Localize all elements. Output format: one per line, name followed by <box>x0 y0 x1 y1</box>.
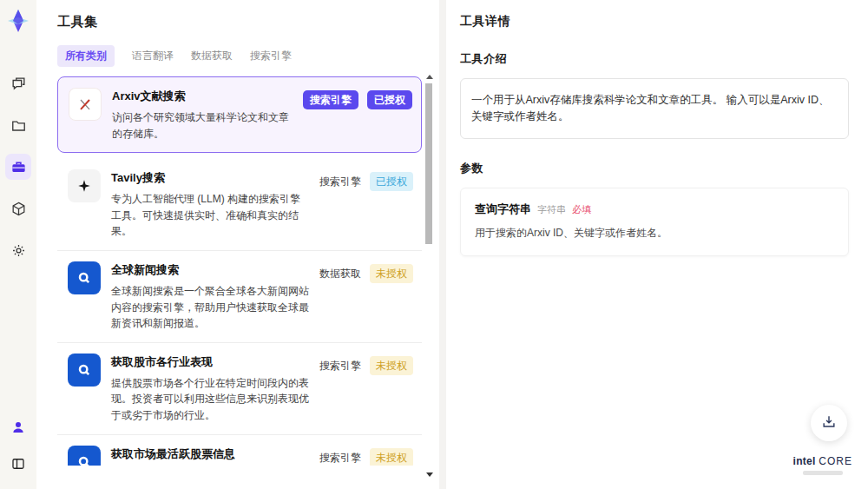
category-badge: 搜索引擎 <box>319 356 361 375</box>
auth-status-badge: 已授权 <box>367 90 412 109</box>
param-card: 查询字符串 字符串 必填 用于搜索的Arxiv ID、关键字或作者姓名。 <box>460 188 849 256</box>
category-tab[interactable]: 数据获取 <box>191 45 233 67</box>
icon-sidebar <box>0 0 36 489</box>
brand-core-text: CORE <box>819 455 852 467</box>
tool-list-panel: 工具集 所有类别语言翻译数据获取搜索引擎 Arxiv文献搜索 访问各个研究领域大… <box>36 0 439 489</box>
arxiv-logo-icon <box>69 88 102 121</box>
auth-status-badge: 未授权 <box>370 448 413 466</box>
category-tab[interactable]: 搜索引擎 <box>250 45 292 67</box>
cube-icon <box>10 201 27 217</box>
app-window: 工具集 所有类别语言翻译数据获取搜索引擎 Arxiv文献搜索 访问各个研究领域大… <box>0 0 868 489</box>
category-badge: 搜索引擎 <box>303 90 358 109</box>
detail-title: 工具详情 <box>460 14 849 30</box>
auth-status-badge: 未授权 <box>370 264 413 283</box>
download-button[interactable] <box>811 405 847 441</box>
user-icon <box>10 420 26 435</box>
sidebar-item-files[interactable] <box>5 112 31 138</box>
blue-search-icon <box>68 261 101 294</box>
tool-card[interactable]: 获取市场最活跃股票信息 提供当天交易量最高的股票列表，投资者可以利用这些信息来识… <box>57 434 422 466</box>
chat-icon <box>10 76 27 92</box>
tool-tags: 搜索引擎 已授权 <box>319 169 413 240</box>
tool-name: 获取市场最活跃股票信息 <box>111 446 309 462</box>
toolbox-icon <box>10 159 27 175</box>
category-badge: 搜索引擎 <box>319 172 361 191</box>
category-tab[interactable]: 所有类别 <box>57 45 115 67</box>
tool-tags: 数据获取 未授权 <box>319 261 413 332</box>
tool-name: Arxiv文献搜索 <box>112 89 293 104</box>
sidebar-item-collapse[interactable] <box>5 451 31 477</box>
tool-name: 获取股市各行业表现 <box>111 354 309 370</box>
auth-status-badge: 未授权 <box>370 356 413 375</box>
param-type: 字符串 <box>537 203 566 216</box>
tool-description: 专为人工智能代理 (LLM) 构建的搜索引擎工具。可快速提供实时、准确和真实的结… <box>111 191 309 240</box>
panel-toggle-icon <box>10 456 26 472</box>
category-badge: 数据获取 <box>319 264 361 283</box>
tool-name: Tavily搜索 <box>111 170 309 186</box>
tool-card[interactable]: 全球新闻搜索 全球新闻搜索是一个聚合全球各大新闻网站内容的搜索引擎，帮助用户快速… <box>57 250 422 342</box>
blue-search-icon <box>68 446 101 466</box>
sidebar-item-toolbox[interactable] <box>5 154 31 180</box>
auth-status-badge: 已授权 <box>370 172 413 191</box>
tool-tags: 搜索引擎 未授权 <box>319 354 413 424</box>
tool-tags: 搜索引擎 已授权 <box>303 88 412 142</box>
page-title: 工具集 <box>57 14 439 30</box>
tool-card[interactable]: Arxiv文献搜索 访问各个研究领域大量科学论文和文章的存储库。 搜索引擎 已授… <box>57 76 422 153</box>
intro-heading: 工具介绍 <box>460 51 849 67</box>
blue-search-icon <box>68 354 101 387</box>
sidebar-item-settings[interactable] <box>5 237 31 263</box>
tool-description: 访问各个研究领域大量科学论文和文章的存储库。 <box>112 109 293 142</box>
tool-card[interactable]: 获取股市各行业表现 提供股票市场各个行业在特定时间段内的表现。投资者可以利用这些… <box>57 342 422 434</box>
sidebar-item-chat[interactable] <box>5 70 31 96</box>
tool-name: 全球新闻搜索 <box>111 262 309 278</box>
category-tab[interactable]: 语言翻译 <box>132 45 174 67</box>
scroll-down-arrow-icon[interactable] <box>426 472 433 477</box>
tool-detail-panel: 工具详情 工具介绍 一个用于从Arxiv存储库搜索科学论文和文章的工具。 输入可… <box>439 0 868 489</box>
sidebar-item-packages[interactable] <box>5 195 31 221</box>
param-name: 查询字符串 <box>475 202 531 217</box>
tavily-star-icon <box>68 169 101 202</box>
tool-intro-text: 一个用于从Arxiv存储库搜索科学论文和文章的工具。 输入可以是Arxiv ID… <box>460 78 849 139</box>
sidebar-nav <box>5 70 31 263</box>
tool-card[interactable]: Tavily搜索 专为人工智能代理 (LLM) 构建的搜索引擎工具。可快速提供实… <box>57 159 422 250</box>
folder-icon <box>10 117 27 134</box>
brand-intel-text: intel <box>793 455 816 467</box>
tool-description: 提供股票市场各个行业在特定时间段内的表现。投资者可以利用这些信息来识别表现优于或… <box>111 375 309 424</box>
download-icon <box>820 413 838 433</box>
sidebar-item-profile[interactable] <box>5 414 31 440</box>
param-required-badge: 必填 <box>572 203 591 216</box>
params-heading: 参数 <box>460 161 849 176</box>
list-scrollbar[interactable] <box>425 76 433 477</box>
sidebar-bottom <box>5 414 31 477</box>
category-tabs: 所有类别语言翻译数据获取搜索引擎 <box>57 45 439 67</box>
param-header: 查询字符串 字符串 必填 <box>475 202 834 217</box>
tool-list: Arxiv文献搜索 访问各个研究领域大量科学论文和文章的存储库。 搜索引擎 已授… <box>57 76 422 466</box>
gear-icon <box>10 242 27 259</box>
scrollbar-thumb[interactable] <box>425 83 432 244</box>
intel-core-logo: intel CORE <box>793 453 852 475</box>
tool-description: 全球新闻搜索是一个聚合全球各大新闻网站内容的搜索引擎，帮助用户快速获取全球最新资… <box>111 283 309 332</box>
param-description: 用于搜索的Arxiv ID、关键字或作者姓名。 <box>475 226 834 241</box>
tool-tags: 搜索引擎 未授权 <box>319 446 413 466</box>
brand-subline <box>803 471 843 475</box>
category-badge: 搜索引擎 <box>319 448 361 466</box>
scroll-up-arrow-icon[interactable] <box>426 75 433 79</box>
app-logo-icon[interactable] <box>5 8 31 34</box>
